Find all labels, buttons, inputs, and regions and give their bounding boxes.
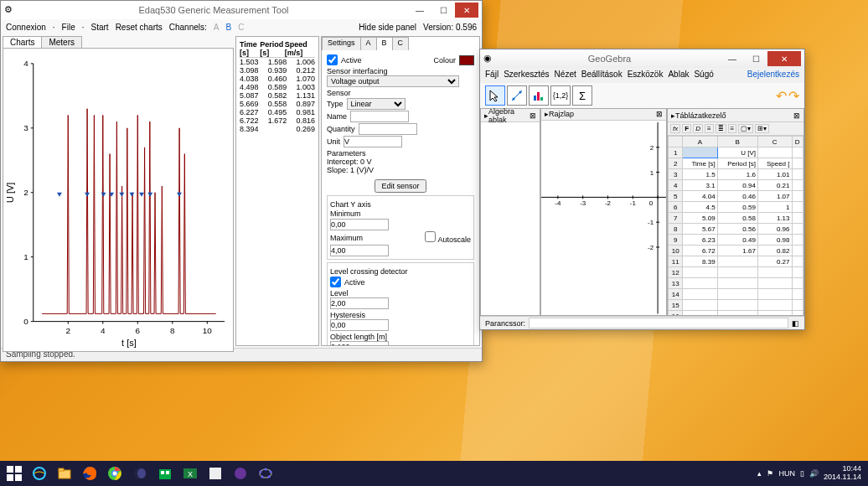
settings-tab-settings[interactable]: Settings xyxy=(322,37,361,50)
menu-reset-charts[interactable]: Reset charts xyxy=(116,23,163,32)
ss-col-head[interactable]: C xyxy=(757,137,792,147)
ss-cell[interactable] xyxy=(757,267,792,278)
ss-cell[interactable]: 0.21 xyxy=(757,180,792,191)
ss-cell[interactable] xyxy=(792,169,803,180)
ss-cell[interactable]: 0.56 xyxy=(717,224,757,235)
ss-row-head[interactable]: 15 xyxy=(669,300,683,311)
firefox-icon[interactable] xyxy=(77,462,102,485)
hyst-input[interactable] xyxy=(330,319,389,331)
ss-cell[interactable] xyxy=(792,289,803,300)
ss-cell[interactable]: 0.82 xyxy=(757,246,792,256)
gg-menu-ablak[interactable]: Ablak xyxy=(668,70,689,81)
channel-b[interactable]: B xyxy=(225,23,231,32)
gg-spreadsheet-close-icon[interactable]: ⊠ xyxy=(793,111,800,120)
tool-bars[interactable] xyxy=(529,85,549,106)
ss-row-head[interactable]: 4 xyxy=(669,180,683,191)
tab-meters[interactable]: Meters xyxy=(41,36,82,48)
unit-input[interactable] xyxy=(344,136,402,147)
channel-c[interactable]: C xyxy=(238,23,244,32)
ss-cell[interactable] xyxy=(717,256,757,267)
tray-up-icon[interactable]: ▴ xyxy=(757,469,762,478)
ss-cell[interactable] xyxy=(717,289,757,300)
ss-row-head[interactable]: 5 xyxy=(669,191,683,202)
minimize-button[interactable]: — xyxy=(408,3,431,18)
ss-cell[interactable] xyxy=(757,278,792,289)
ss-cell[interactable]: Time [s] xyxy=(683,158,717,169)
ss-cell[interactable] xyxy=(792,191,803,202)
ss-cell[interactable] xyxy=(757,147,792,158)
tray-network-icon[interactable]: ▯ xyxy=(800,469,804,478)
ss-cell[interactable] xyxy=(683,278,717,289)
start-button[interactable] xyxy=(2,462,27,485)
chrome-icon[interactable] xyxy=(102,462,127,485)
eclipse-icon[interactable] xyxy=(127,462,152,485)
ss-cell[interactable]: U [V] xyxy=(717,147,757,158)
align-left-button[interactable]: ≡ xyxy=(705,124,714,133)
tool-undo-icon[interactable]: ↶ xyxy=(776,88,787,104)
border-button[interactable]: ⊞▾ xyxy=(755,124,769,133)
ss-cell[interactable] xyxy=(792,147,803,158)
ss-cell[interactable] xyxy=(717,311,757,316)
voltage-output-select[interactable]: Voltage output xyxy=(327,75,459,87)
ss-row-head[interactable]: 8 xyxy=(669,224,683,235)
ss-cell[interactable] xyxy=(792,267,803,278)
gg-minimize-button[interactable]: — xyxy=(721,51,744,66)
excel-icon[interactable]: X xyxy=(178,462,203,485)
ss-cell[interactable]: 0.27 xyxy=(757,256,792,267)
gg-menu-beállítások[interactable]: Beállítások xyxy=(581,70,623,81)
ss-cell[interactable]: 1.07 xyxy=(757,191,792,202)
gg-command-input[interactable] xyxy=(529,318,788,328)
menu-file[interactable]: File xyxy=(62,23,75,32)
ss-cell[interactable] xyxy=(683,300,717,311)
ss-cell[interactable] xyxy=(792,246,803,256)
type-select[interactable]: Linear xyxy=(347,98,406,110)
ss-cell[interactable] xyxy=(683,311,717,316)
ss-cell[interactable]: 3.1 xyxy=(683,180,717,191)
ss-cell[interactable]: 0.59 xyxy=(717,202,757,213)
ss-row-head[interactable]: 13 xyxy=(669,278,683,289)
bg-color-button[interactable]: ▢▾ xyxy=(738,124,753,133)
ss-cell[interactable]: 0.96 xyxy=(757,224,792,235)
ss-cell[interactable]: 8.39 xyxy=(683,256,717,267)
gg-input-help-icon[interactable]: ◧ xyxy=(792,319,799,328)
ss-col-head[interactable]: A xyxy=(683,137,717,147)
tool-line[interactable] xyxy=(507,85,527,106)
settings-tab-c[interactable]: C xyxy=(392,37,410,50)
ss-cell[interactable]: 1 xyxy=(757,202,792,213)
tool-pointer[interactable] xyxy=(485,85,505,106)
ss-cell[interactable] xyxy=(757,300,792,311)
store-icon[interactable] xyxy=(152,462,178,485)
menu-hide-panel[interactable]: Hide side panel xyxy=(359,23,416,32)
ss-cell[interactable] xyxy=(683,267,717,278)
tab-charts[interactable]: Charts xyxy=(3,36,42,48)
ss-row-head[interactable]: 12 xyxy=(669,267,683,278)
ss-row-head[interactable]: 3 xyxy=(669,169,683,180)
ss-cell[interactable] xyxy=(792,311,803,316)
ss-row-head[interactable]: 1 xyxy=(669,147,683,158)
chart-area[interactable]: 01234246810t [s]U [V] xyxy=(3,48,234,352)
ss-row-head[interactable]: 6 xyxy=(669,202,683,213)
ss-cell[interactable] xyxy=(683,147,717,158)
edit-sensor-button[interactable]: Edit sensor xyxy=(375,179,426,193)
ss-cell[interactable]: 5.67 xyxy=(683,224,717,235)
app-icon-2[interactable] xyxy=(228,462,253,485)
ss-cell[interactable] xyxy=(792,278,803,289)
ss-row-head[interactable]: 16 xyxy=(669,311,683,316)
ie-icon[interactable] xyxy=(27,462,52,485)
ss-cell[interactable] xyxy=(717,278,757,289)
ss-cell[interactable]: 4.04 xyxy=(683,191,717,202)
italic-button[interactable]: D xyxy=(693,124,703,133)
gg-menu-eszközök[interactable]: Eszközök xyxy=(628,70,664,81)
bold-button[interactable]: F xyxy=(682,124,691,133)
ss-cell[interactable]: 1.5 xyxy=(683,169,717,180)
align-right-button[interactable]: ≡ xyxy=(728,124,737,133)
gg-menu-fájl[interactable]: Fájl xyxy=(485,70,499,81)
ss-col-head[interactable] xyxy=(669,137,683,147)
ss-cell[interactable]: Speed [ xyxy=(757,158,792,169)
ss-cell[interactable]: 1.01 xyxy=(757,169,792,180)
ss-cell[interactable] xyxy=(717,267,757,278)
ss-cell[interactable] xyxy=(792,202,803,213)
ss-cell[interactable] xyxy=(792,235,803,246)
settings-tab-a[interactable]: A xyxy=(360,37,377,50)
ss-cell[interactable] xyxy=(792,213,803,224)
